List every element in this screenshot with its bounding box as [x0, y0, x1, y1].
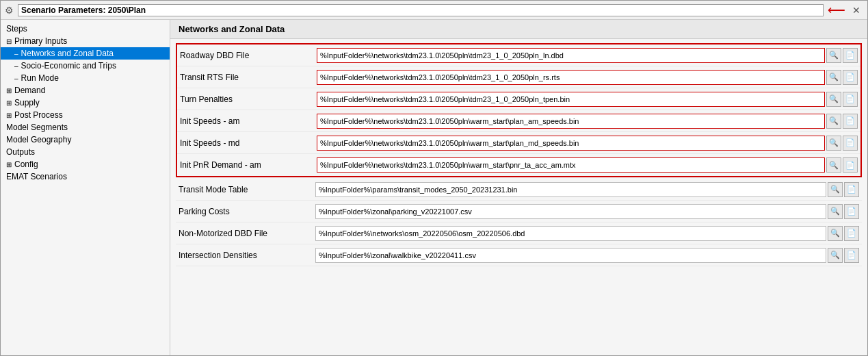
- field-label-non-motorized-dbd: Non-Motorized DBD File: [179, 229, 315, 238]
- sidebar-item-steps[interactable]: Steps: [1, 23, 170, 35]
- sidebar-label-socio-economic: Socio-Economic and Trips: [21, 61, 116, 71]
- field-input-group-init-speeds-am: 🔍📄: [317, 114, 858, 129]
- sidebar: Steps⊟Primary Inputs–Networks and Zonal …: [1, 20, 170, 355]
- search-button-intersection-densities[interactable]: 🔍: [828, 248, 843, 263]
- dash-icon-networks-zonal: –: [14, 50, 18, 58]
- field-label-init-speeds-md: Init Speeds - md: [180, 138, 317, 148]
- search-button-init-speeds-am[interactable]: 🔍: [826, 114, 841, 129]
- form-row-non-motorized-dbd: Non-Motorized DBD File🔍📄: [176, 222, 862, 244]
- arrow-annotation: ⟵: [828, 3, 845, 18]
- close-button[interactable]: ✕: [850, 5, 863, 16]
- file-button-parking-costs[interactable]: 📄: [844, 204, 859, 219]
- main-window: ⚙ Scenario Parameters: 2050\Plan ⟵ ✕ Ste…: [0, 0, 868, 356]
- window-title: Scenario Parameters: 2050\Plan: [18, 4, 824, 16]
- file-button-intersection-densities[interactable]: 📄: [844, 248, 859, 263]
- field-label-parking-costs: Parking Costs: [179, 207, 315, 216]
- field-input-group-intersection-densities: 🔍📄: [315, 248, 859, 263]
- sidebar-label-run-mode: Run Mode: [21, 73, 59, 83]
- expand-icon-supply: ⊞: [6, 99, 12, 107]
- gear-icon: ⚙: [5, 5, 14, 16]
- field-input-group-transit-rts: 🔍📄: [317, 70, 858, 85]
- field-input-group-transit-mode: 🔍📄: [315, 182, 859, 197]
- content-area: Networks and Zonal Data Roadway DBD File…: [170, 20, 867, 355]
- field-input-non-motorized-dbd[interactable]: [315, 226, 826, 241]
- sidebar-label-primary-inputs: Primary Inputs: [14, 36, 67, 46]
- expand-icon-primary-inputs: ⊟: [6, 38, 12, 45]
- field-label-turn-penalties: Turn Penalties: [180, 94, 317, 104]
- field-input-init-pnr-demand[interactable]: [317, 157, 825, 173]
- sidebar-item-model-segments[interactable]: Model Segments: [1, 121, 170, 134]
- field-label-init-pnr-demand: Init PnR Demand - am: [180, 160, 317, 170]
- field-label-intersection-densities: Intersection Densities: [179, 251, 315, 260]
- search-button-transit-rts[interactable]: 🔍: [826, 70, 841, 85]
- file-button-turn-penalties[interactable]: 📄: [843, 92, 858, 107]
- field-input-group-parking-costs: 🔍📄: [315, 204, 859, 219]
- field-label-roadway-dbd: Roadway DBD File: [180, 51, 317, 60]
- search-button-non-motorized-dbd[interactable]: 🔍: [828, 226, 843, 241]
- search-button-parking-costs[interactable]: 🔍: [828, 204, 843, 219]
- sidebar-item-supply[interactable]: ⊞Supply: [1, 97, 170, 109]
- field-input-group-non-motorized-dbd: 🔍📄: [315, 226, 859, 241]
- expand-icon-config: ⊞: [6, 161, 12, 168]
- field-input-group-roadway-dbd: 🔍📄: [317, 48, 858, 63]
- expand-icon-post-process: ⊞: [6, 112, 12, 119]
- field-input-intersection-densities[interactable]: [315, 248, 826, 263]
- title-bar: ⚙ Scenario Parameters: 2050\Plan ⟵ ✕: [1, 1, 867, 20]
- form-row-transit-rts: Transit RTS File🔍📄: [177, 66, 860, 88]
- file-button-non-motorized-dbd[interactable]: 📄: [844, 226, 859, 241]
- sidebar-item-outputs[interactable]: Outputs: [1, 146, 170, 158]
- search-button-roadway-dbd[interactable]: 🔍: [826, 48, 841, 63]
- sidebar-item-run-mode[interactable]: –Run Mode: [1, 72, 170, 84]
- search-button-init-pnr-demand[interactable]: 🔍: [826, 157, 841, 173]
- form-row-init-speeds-am: Init Speeds - am🔍📄: [177, 110, 860, 132]
- sidebar-item-networks-zonal[interactable]: –Networks and Zonal Data: [1, 47, 170, 60]
- field-input-init-speeds-am[interactable]: [317, 114, 825, 129]
- field-input-turn-penalties[interactable]: [317, 92, 825, 107]
- sidebar-label-supply: Supply: [14, 98, 40, 107]
- search-button-init-speeds-md[interactable]: 🔍: [826, 136, 841, 151]
- sidebar-item-demand[interactable]: ⊞Demand: [1, 84, 170, 97]
- sidebar-label-post-process: Post Process: [14, 110, 63, 120]
- sidebar-item-emat-scenarios[interactable]: EMAT Scenarios: [1, 170, 170, 183]
- field-input-group-turn-penalties: 🔍📄: [317, 92, 858, 107]
- field-input-init-speeds-md[interactable]: [317, 136, 825, 151]
- content-header: Networks and Zonal Data: [170, 20, 867, 39]
- field-input-parking-costs[interactable]: [315, 204, 826, 219]
- file-button-init-speeds-md[interactable]: 📄: [843, 136, 858, 151]
- highlighted-fields-group: Roadway DBD File🔍📄Transit RTS File🔍📄Turn…: [176, 43, 862, 177]
- form-row-init-speeds-md: Init Speeds - md🔍📄: [177, 132, 860, 154]
- expand-icon-demand: ⊞: [6, 87, 12, 94]
- file-button-init-speeds-am[interactable]: 📄: [843, 114, 858, 129]
- field-label-transit-mode: Transit Mode Table: [179, 185, 315, 194]
- field-input-group-init-speeds-md: 🔍📄: [317, 136, 858, 151]
- form-row-turn-penalties: Turn Penalties🔍📄: [177, 88, 860, 110]
- field-input-transit-rts[interactable]: [317, 70, 825, 85]
- file-button-transit-mode[interactable]: 📄: [844, 182, 859, 197]
- form-row-transit-mode: Transit Mode Table🔍📄: [176, 179, 862, 201]
- sidebar-label-networks-zonal: Networks and Zonal Data: [21, 49, 114, 58]
- field-label-transit-rts: Transit RTS File: [180, 73, 317, 82]
- sidebar-label-emat-scenarios: EMAT Scenarios: [6, 172, 67, 181]
- form-row-parking-costs: Parking Costs🔍📄: [176, 201, 862, 222]
- field-input-transit-mode[interactable]: [315, 182, 826, 197]
- sidebar-label-model-geography: Model Geography: [6, 135, 71, 144]
- form-row-init-pnr-demand: Init PnR Demand - am🔍📄: [177, 154, 860, 176]
- form-row-roadway-dbd: Roadway DBD File🔍📄: [177, 44, 860, 66]
- sidebar-item-config[interactable]: ⊞Config: [1, 158, 170, 170]
- sidebar-label-model-segments: Model Segments: [6, 123, 68, 132]
- file-button-roadway-dbd[interactable]: 📄: [843, 48, 858, 63]
- file-button-transit-rts[interactable]: 📄: [843, 70, 858, 85]
- sidebar-label-outputs: Outputs: [6, 147, 35, 157]
- file-button-init-pnr-demand[interactable]: 📄: [843, 157, 858, 173]
- search-button-transit-mode[interactable]: 🔍: [828, 182, 843, 197]
- sidebar-item-post-process[interactable]: ⊞Post Process: [1, 109, 170, 121]
- search-button-turn-penalties[interactable]: 🔍: [826, 92, 841, 107]
- field-input-roadway-dbd[interactable]: [317, 48, 825, 63]
- sidebar-label-steps: Steps: [6, 24, 27, 34]
- sidebar-item-socio-economic[interactable]: –Socio-Economic and Trips: [1, 60, 170, 72]
- sidebar-item-model-geography[interactable]: Model Geography: [1, 134, 170, 146]
- sidebar-item-primary-inputs[interactable]: ⊟Primary Inputs: [1, 35, 170, 47]
- form-row-intersection-densities: Intersection Densities🔍📄: [176, 244, 862, 266]
- field-label-init-speeds-am: Init Speeds - am: [180, 116, 317, 126]
- dash-icon-run-mode: –: [14, 75, 18, 82]
